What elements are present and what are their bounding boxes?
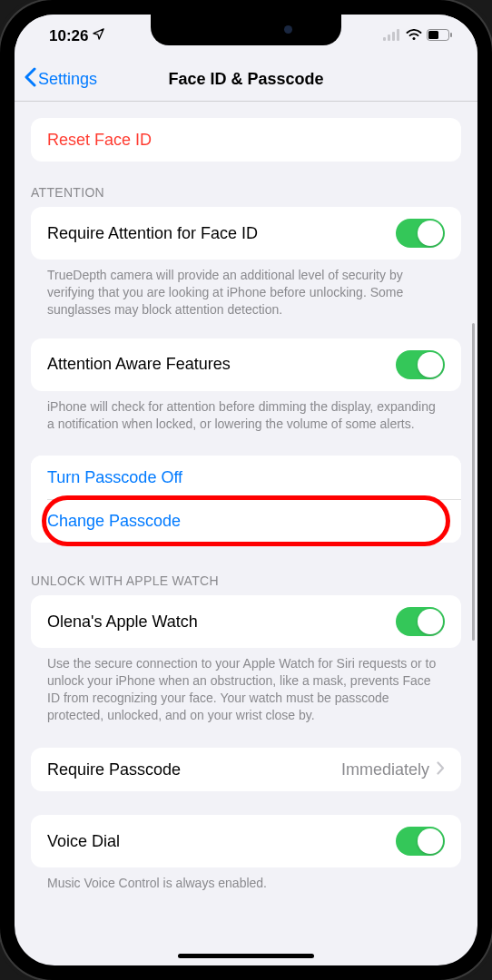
cellular-signal-icon [383,28,401,44]
turn-passcode-off-label: Turn Passcode Off [47,468,182,487]
scroll-indicator [472,323,475,641]
svg-rect-1 [388,34,390,41]
require-attention-toggle[interactable] [396,219,445,248]
apple-watch-label: Olena's Apple Watch [47,612,198,632]
svg-rect-6 [450,33,452,37]
apple-watch-footer: Use the secure connection to your Apple … [31,648,461,724]
battery-icon [427,28,452,44]
screen: 10:26 [15,15,477,965]
chevron-right-icon [437,760,445,779]
attention-aware-label: Attention Aware Features [47,355,231,374]
svg-rect-2 [392,32,395,41]
turn-passcode-off-row[interactable]: Turn Passcode Off [31,456,461,499]
reset-face-id-row[interactable]: Reset Face ID [31,118,461,162]
svg-rect-3 [397,29,399,41]
attention-aware-row[interactable]: Attention Aware Features [31,338,461,391]
content-scroll[interactable]: Reset Face ID ATTENTION Require Attentio… [15,102,477,955]
attention-aware-footer: iPhone will check for attention before d… [31,391,461,433]
voice-dial-footer: Music Voice Control is always enabled. [31,867,461,892]
svg-rect-5 [428,31,438,39]
reset-face-id-label: Reset Face ID [47,131,152,150]
require-attention-footer: TrueDepth camera will provide an additio… [31,260,461,318]
voice-dial-row[interactable]: Voice Dial [31,815,461,867]
require-passcode-label: Require Passcode [47,760,181,779]
nav-bar: Settings Face ID & Passcode [15,58,477,102]
require-passcode-value: Immediately [341,760,429,779]
require-attention-row[interactable]: Require Attention for Face ID [31,207,461,260]
change-passcode-label: Change Passcode [47,512,181,531]
attention-aware-toggle[interactable] [396,350,445,379]
page-title: Face ID & Passcode [168,70,323,89]
apple-watch-toggle[interactable] [396,607,445,636]
apple-watch-header: UNLOCK WITH APPLE WATCH [15,573,477,595]
notch [151,15,341,45]
apple-watch-row[interactable]: Olena's Apple Watch [31,595,461,648]
change-passcode-row[interactable]: Change Passcode [31,499,461,543]
voice-dial-label: Voice Dial [47,832,120,851]
location-arrow-icon [92,27,105,45]
wifi-icon [406,28,422,44]
require-attention-label: Require Attention for Face ID [47,224,258,243]
home-indicator[interactable] [178,954,314,958]
device-frame: 10:26 [0,0,492,980]
attention-header: ATTENTION [15,185,477,207]
chevron-left-icon [24,67,36,92]
back-button[interactable]: Settings [24,67,97,92]
voice-dial-toggle[interactable] [396,827,445,856]
svg-rect-0 [383,37,386,41]
back-label: Settings [38,70,97,89]
require-passcode-row[interactable]: Require Passcode Immediately [31,748,461,791]
status-time: 10:26 [49,27,88,45]
